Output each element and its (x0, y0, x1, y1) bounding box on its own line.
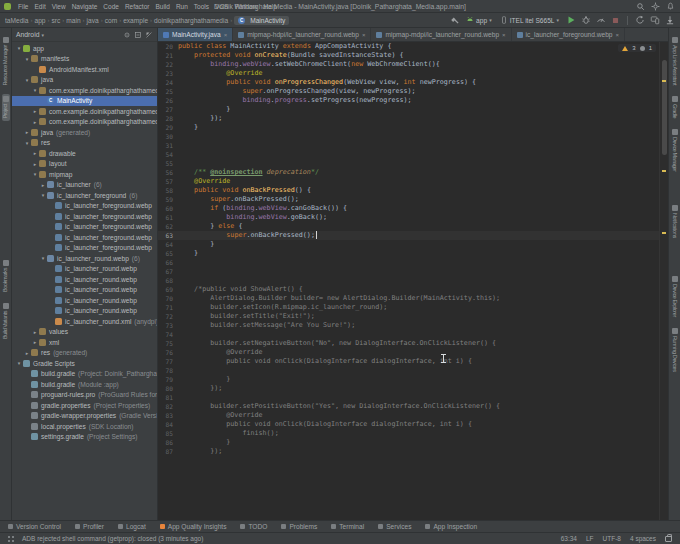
tree-item[interactable]: ▸values (12, 327, 157, 338)
tree-item[interactable]: ▸ic_launcher(6) (12, 180, 157, 191)
tool-stripe-button-device-manager[interactable]: Device Manager (671, 127, 679, 173)
code-line[interactable]: 63 super.onBackPressed(); (158, 231, 668, 240)
sdk-manager-icon[interactable] (664, 15, 675, 26)
stop-button[interactable] (610, 15, 621, 26)
code-line[interactable]: 21 protected void onCreate(Bundle savedI… (158, 51, 668, 60)
breadcrumb-item[interactable]: app (34, 17, 45, 24)
tree-item[interactable]: ▾ic_launcher_foreground(6) (12, 190, 157, 201)
error-stripe[interactable] (659, 42, 668, 520)
menu-edit[interactable]: Edit (31, 3, 48, 10)
tree-collapsed-arrow-icon[interactable]: ▸ (23, 129, 31, 135)
code-line[interactable]: 67 (158, 267, 668, 276)
collapse-all-icon[interactable] (134, 31, 142, 39)
notifications-bell-icon[interactable] (665, 1, 676, 12)
code-line[interactable]: 57 @Override (158, 177, 668, 186)
code-line[interactable]: 79 } (158, 375, 668, 384)
bottom-tool-services[interactable]: Services (378, 523, 411, 530)
code-line[interactable]: 61 binding.webView.goBack(); (158, 213, 668, 222)
tree-item[interactable]: ▾app (12, 43, 157, 54)
tree-item[interactable]: ic_launcher_foreground.webp (12, 232, 157, 243)
editor-tab[interactable]: ic_launcher_foreground.webp× (512, 28, 625, 41)
code-line[interactable]: 25 super.onProgressChanged(view, newProg… (158, 87, 668, 96)
code-line[interactable]: 81 (158, 393, 668, 402)
menu-build[interactable]: Build (152, 3, 172, 10)
tool-stripe-button-device-explorer[interactable]: Device Explorer (671, 274, 679, 319)
tree-expanded-arrow-icon[interactable]: ▾ (39, 255, 47, 261)
tree-collapsed-arrow-icon[interactable]: ▸ (31, 119, 39, 125)
code-line[interactable]: 70 AlertDialog.Builder builder= new Aler… (158, 294, 668, 303)
tree-expanded-arrow-icon[interactable]: ▾ (23, 56, 31, 62)
tree-item[interactable]: CMainActivity (12, 96, 157, 107)
code-line[interactable]: 68 (158, 276, 668, 285)
tree-item[interactable]: ▸com.example.doinikpatharghathamedia(and… (12, 106, 157, 117)
code-line[interactable]: 87 }); (158, 447, 668, 456)
tree-item[interactable]: build.gradle(Module :app) (12, 379, 157, 390)
tree-item[interactable]: ic_launcher_round.webp (12, 285, 157, 296)
breadcrumb-item[interactable]: example (123, 17, 148, 24)
run-configuration-select[interactable]: app ▾ (464, 16, 494, 24)
tree-expanded-arrow-icon[interactable]: ▾ (15, 45, 23, 51)
tree-item[interactable]: build.gradle(Project: Doinik_Patharghata… (12, 369, 157, 380)
menu-view[interactable]: View (49, 3, 69, 10)
scrollbar-thumb[interactable] (662, 60, 667, 155)
hide-panel-icon[interactable] (145, 31, 153, 39)
caret-position-widget[interactable]: 63:34 (561, 535, 577, 542)
indent-widget[interactable]: 4 spaces (630, 535, 656, 542)
code-line[interactable]: 56 /** @noinspection deprecation*/ (158, 168, 668, 177)
tree-item[interactable]: ic_launcher_foreground.webp (12, 211, 157, 222)
bottom-tool-terminal[interactable]: Terminal (331, 523, 364, 530)
code-line[interactable]: 60 if (binding.webView.canGoBack()) { (158, 204, 668, 213)
tool-stripe-button-bookmarks[interactable]: Bookmarks (2, 258, 10, 294)
code-line[interactable]: 75 builder.setNegativeButton("No", new D… (158, 339, 668, 348)
code-line[interactable]: 86 } (158, 438, 668, 447)
breadcrumb-item[interactable]: src (51, 17, 60, 24)
settings-gear-icon[interactable] (650, 1, 661, 12)
code-line[interactable]: 64 } (158, 240, 668, 249)
editor-tab[interactable]: mipmap-hdpi/ic_launcher_round.webp× (233, 28, 371, 41)
menu-file[interactable]: File (15, 3, 31, 10)
tool-stripe-button-app-links-assistant[interactable]: App Links Assistant (671, 35, 679, 87)
code-line[interactable]: 58 public void onBackPressed() { (158, 186, 668, 195)
menu-run[interactable]: Run (173, 3, 191, 10)
tree-item[interactable]: proguard-rules.pro(ProGuard Rules for (12, 390, 157, 401)
tree-item[interactable]: local.properties(SDK Location) (12, 421, 157, 432)
encoding-widget[interactable]: UTF-8 (603, 535, 621, 542)
tree-item[interactable]: ▾ic_launcher_round.webp(6) (12, 253, 157, 264)
gradle-sync-icon[interactable] (634, 15, 645, 26)
profiler-button[interactable] (595, 15, 606, 26)
code-line[interactable]: 26 binding.progress.setProgress(newProgr… (158, 96, 668, 105)
breadcrumb-item[interactable]: main (66, 17, 80, 24)
debug-button[interactable] (580, 15, 591, 26)
tree-item[interactable]: ic_launcher_round.webp (12, 295, 157, 306)
code-line[interactable]: 78 (158, 366, 668, 375)
code-line[interactable]: 84 public void onClick(DialogInterface d… (158, 420, 668, 429)
code-line[interactable]: 23 @Override (158, 69, 668, 78)
code-line[interactable]: 54 (158, 150, 668, 159)
tree-item[interactable]: ic_launcher_foreground.webp (12, 201, 157, 212)
breadcrumb-item[interactable]: com (105, 17, 117, 24)
menu-navigate[interactable]: Navigate (69, 3, 101, 10)
bottom-tool-app-inspection[interactable]: App Inspection (425, 523, 477, 530)
bottom-tool-problems[interactable]: Problems (281, 523, 317, 530)
tool-stripe-button-resource-manager[interactable]: Resource Manager (2, 35, 10, 87)
tree-item[interactable]: AndroidManifest.xml (12, 64, 157, 75)
tree-item[interactable]: ic_launcher_round.webp (12, 306, 157, 317)
tree-collapsed-arrow-icon[interactable]: ▸ (31, 108, 39, 114)
code-line[interactable]: 65 } (158, 249, 668, 258)
tree-expanded-arrow-icon[interactable]: ▾ (23, 140, 31, 146)
tree-collapsed-arrow-icon[interactable]: ▸ (31, 161, 39, 167)
code-line[interactable]: 82 builder.setPositiveButton("Yes", new … (158, 402, 668, 411)
breadcrumb-item[interactable]: java (87, 17, 99, 24)
tree-item[interactable]: ▸com.example.doinikpatharghathamedia(tes… (12, 117, 157, 128)
code-line[interactable]: 30 (158, 132, 668, 141)
tool-stripe-button-notifications[interactable]: Notifications (671, 203, 679, 240)
code-line[interactable]: 83 @Override (158, 411, 668, 420)
tab-close-icon[interactable]: × (362, 32, 366, 38)
tree-item[interactable]: gradle.properties(Project Properties) (12, 400, 157, 411)
tree-item[interactable]: settings.gradle(Project Settings) (12, 432, 157, 443)
tree-collapsed-arrow-icon[interactable]: ▸ (31, 329, 39, 335)
tree-item[interactable]: ▾Gradle Scripts (12, 358, 157, 369)
locate-file-icon[interactable] (123, 31, 131, 39)
tree-item[interactable]: ▾manifests (12, 54, 157, 65)
device-manager-icon[interactable] (649, 15, 660, 26)
